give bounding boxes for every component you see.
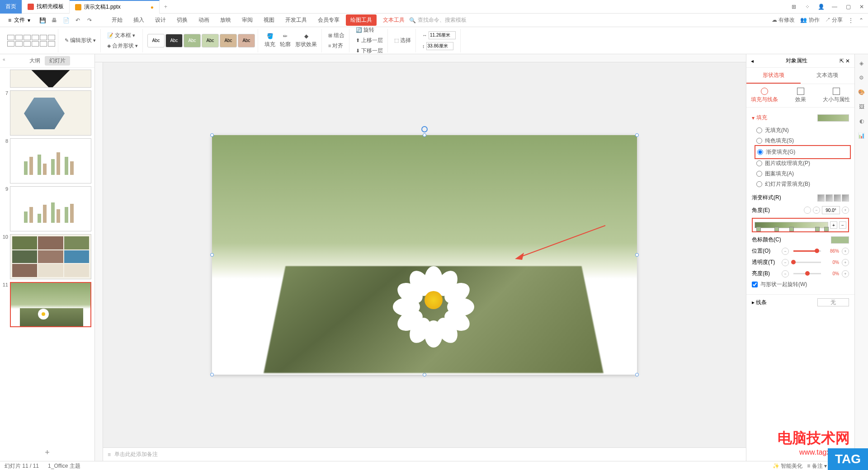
fill-pattern-radio[interactable]: 图案填充(A) xyxy=(756,169,849,179)
rt-settings-icon[interactable]: ⚙ xyxy=(857,73,866,82)
thumbnails-list[interactable]: 7 8 9 10 11 xyxy=(0,68,94,444)
brightness-minus[interactable]: − xyxy=(782,270,789,277)
menu-slideshow[interactable]: 放映 xyxy=(216,14,236,26)
transparency-minus[interactable]: − xyxy=(782,259,789,266)
menu-drawtools[interactable]: 绘图工具 xyxy=(346,14,377,26)
text-options-tab[interactable]: 文本选项 xyxy=(801,68,855,84)
align-button[interactable]: ≡ 对齐 xyxy=(326,41,346,51)
remove-stop-button[interactable]: − xyxy=(839,221,846,229)
pending-changes[interactable]: ☁ 有修改 xyxy=(772,16,795,24)
angle-input[interactable] xyxy=(822,206,840,214)
menu-insert[interactable]: 插入 xyxy=(129,14,149,26)
menu-devtools[interactable]: 开发工具 xyxy=(281,14,311,26)
style-1[interactable]: Abc xyxy=(147,34,165,47)
canvas-content[interactable] xyxy=(103,62,746,447)
handle-tm[interactable] xyxy=(423,133,426,137)
tab-file[interactable]: 演示文稿1.pptx● xyxy=(70,0,160,14)
thumb-8[interactable]: 8 xyxy=(2,138,93,183)
position-slider[interactable] xyxy=(793,250,821,252)
fill-line-tab[interactable]: 填充与线条 xyxy=(746,84,783,107)
undo-icon[interactable]: ↶ xyxy=(74,16,82,24)
rt-chart-icon[interactable]: 📊 xyxy=(857,131,866,140)
menu-view[interactable]: 视图 xyxy=(259,14,279,26)
textbox-button[interactable]: 📝 文本框 ▾ xyxy=(105,31,140,40)
fill-section-header[interactable]: ▾ 填充 xyxy=(752,114,767,122)
menu-animation[interactable]: 动画 xyxy=(194,14,214,26)
shape-effect-button[interactable]: ◆形状效果 xyxy=(293,32,319,49)
grad-presets[interactable] xyxy=(817,194,849,202)
prop-back-icon[interactable]: ◂ xyxy=(751,58,754,64)
minimize-button[interactable]: — xyxy=(828,0,841,13)
layout-icon[interactable]: ⊞ xyxy=(788,0,800,13)
fill-gradient-radio[interactable]: 渐变填充(G) xyxy=(757,147,848,157)
rt-shape-icon[interactable]: ◐ xyxy=(857,117,866,126)
handle-mr[interactable] xyxy=(635,253,639,257)
expand-icon[interactable]: ⌃ xyxy=(859,17,863,24)
tab-add[interactable]: + xyxy=(160,4,172,10)
brightness-plus[interactable]: + xyxy=(842,270,849,277)
angle-plus[interactable]: + xyxy=(842,207,849,214)
angle-minus[interactable]: − xyxy=(813,207,820,214)
position-plus[interactable]: + xyxy=(842,248,849,255)
fill-solid-radio[interactable]: 纯色填充(S) xyxy=(756,136,849,146)
menu-review[interactable]: 审阅 xyxy=(237,14,257,26)
rt-select-icon[interactable]: ◈ xyxy=(857,59,866,68)
transparency-slider[interactable] xyxy=(793,262,821,263)
group-button[interactable]: ⊞ 组合 xyxy=(326,31,346,40)
width-field[interactable]: ↔ xyxy=(420,30,458,40)
redo-icon[interactable]: ↷ xyxy=(85,16,94,24)
stop-color-picker[interactable] xyxy=(831,236,849,244)
notes-bar[interactable]: ≡ 单击此处添加备注 xyxy=(103,447,746,461)
thumb-9[interactable]: 9 xyxy=(2,186,93,231)
close-button[interactable]: ✕ xyxy=(855,0,868,13)
menu-vip[interactable]: 会员专享 xyxy=(313,14,344,26)
line-preview[interactable]: 无 xyxy=(817,298,849,306)
share-button[interactable]: ↗ 分享 xyxy=(825,16,843,24)
pin-icon[interactable]: ⇱ xyxy=(840,58,844,64)
file-menu[interactable]: ≡ 文件 ▾ xyxy=(5,16,34,24)
print-icon[interactable]: 🖶 xyxy=(50,16,58,24)
bring-forward-button[interactable]: ⬆ 上移一层 xyxy=(354,36,385,45)
handle-bm[interactable] xyxy=(423,373,426,376)
size-prop-tab[interactable]: 大小与属性 xyxy=(818,84,854,107)
slides-tab[interactable]: 幻灯片 xyxy=(45,56,70,66)
menu-start[interactable]: 开始 xyxy=(107,14,127,26)
rotate-handle[interactable] xyxy=(421,126,428,132)
user-icon[interactable]: 👤 xyxy=(815,0,827,13)
fill-button[interactable]: 🪣填充 xyxy=(263,32,277,49)
style-5[interactable]: Abc xyxy=(220,34,237,47)
menu-transition[interactable]: 切换 xyxy=(172,14,192,26)
add-slide-button[interactable]: + xyxy=(0,444,94,461)
gradient-bar[interactable] xyxy=(755,222,828,228)
slide[interactable] xyxy=(212,135,637,375)
shape-gallery[interactable] xyxy=(7,35,55,47)
merge-shape-button[interactable]: ◈ 合并形状 ▾ xyxy=(105,41,140,51)
effect-tab[interactable]: 效果 xyxy=(783,84,819,107)
maximize-button[interactable]: ▢ xyxy=(842,0,854,13)
thumb-10[interactable]: 10 xyxy=(2,234,93,279)
fill-preview[interactable] xyxy=(817,114,849,122)
thumb-7[interactable]: 7 xyxy=(2,90,93,136)
edit-shape-button[interactable]: ✎ 编辑形状 ▾ xyxy=(63,36,98,45)
handle-br[interactable] xyxy=(635,373,639,376)
print-preview-icon[interactable]: 📄 xyxy=(62,16,70,24)
handle-tr[interactable] xyxy=(635,133,639,137)
collapse-panel-icon[interactable]: « xyxy=(2,56,6,63)
add-stop-button[interactable]: + xyxy=(830,221,837,229)
apps-icon[interactable]: ⁘ xyxy=(801,0,814,13)
more-icon[interactable]: ⋮ xyxy=(848,17,854,24)
rotate-button[interactable]: 🔄 旋转 xyxy=(354,25,385,35)
notes-toggle[interactable]: ≡ 备注 ▾ xyxy=(807,462,827,470)
outline-button[interactable]: ✏轮廓 xyxy=(278,32,292,49)
rotate-with-shape-checkbox[interactable]: 与形状一起旋转(W) xyxy=(752,279,849,290)
angle-dial[interactable] xyxy=(804,207,811,214)
collab-button[interactable]: 👥 协作 xyxy=(800,16,819,24)
tab-templates[interactable]: 找稻壳模板 xyxy=(22,0,70,14)
style-4[interactable]: Abc xyxy=(202,34,219,47)
prop-close-icon[interactable]: ✕ xyxy=(845,58,850,64)
position-minus[interactable]: − xyxy=(782,248,789,255)
ai-beautify-button[interactable]: ✨ 智能美化 xyxy=(773,462,802,470)
style-2[interactable]: Abc xyxy=(165,34,183,47)
menu-texttools[interactable]: 文本工具 xyxy=(378,14,409,26)
fill-none-radio[interactable]: 无填充(N) xyxy=(756,125,849,136)
